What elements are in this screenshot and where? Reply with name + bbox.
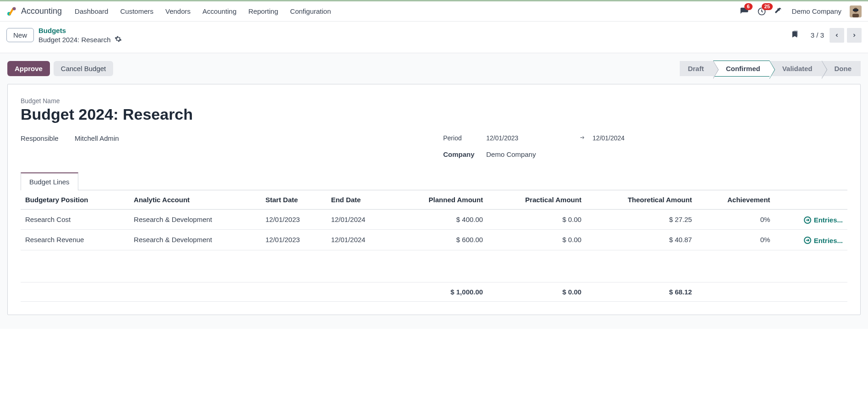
- cell-planned[interactable]: $ 400.00: [392, 209, 488, 230]
- pager-next-button[interactable]: [847, 28, 862, 43]
- cell-start[interactable]: 12/01/2023: [261, 230, 327, 250]
- user-avatar[interactable]: [850, 6, 862, 17]
- status-draft[interactable]: Draft: [680, 61, 713, 76]
- gear-icon[interactable]: [115, 35, 122, 44]
- cell-practical[interactable]: $ 0.00: [487, 209, 586, 230]
- status-validated[interactable]: Validated: [770, 61, 822, 76]
- entries-link[interactable]: ➜ Entries...: [804, 237, 843, 244]
- tabs: Budget Lines: [21, 172, 847, 190]
- form-sheet: Budget Name Budget 2024: Research Respon…: [7, 84, 861, 315]
- col-analytic[interactable]: Analytic Account: [129, 190, 261, 210]
- total-planned: $ 1,000.00: [392, 282, 488, 301]
- cell-planned[interactable]: $ 600.00: [392, 230, 488, 250]
- table-row[interactable]: Research Revenue Research & Development …: [21, 230, 847, 250]
- table-totals-row: $ 1,000.00 $ 0.00 $ 68.12: [21, 282, 847, 301]
- cell-end[interactable]: 12/01/2024: [327, 209, 392, 230]
- cell-achievement[interactable]: 0%: [697, 230, 775, 250]
- cell-analytic[interactable]: Research & Development: [129, 209, 261, 230]
- pager: 3 / 3: [791, 28, 862, 43]
- total-theoretical: $ 68.12: [586, 282, 696, 301]
- tools-icon[interactable]: [775, 6, 784, 17]
- breadcrumb: Budgets Budget 2024: Research: [38, 26, 122, 44]
- col-practical[interactable]: Practical Amount: [487, 190, 586, 210]
- svg-rect-6: [852, 14, 859, 17]
- app-name[interactable]: Accounting: [21, 6, 62, 16]
- cancel-budget-button[interactable]: Cancel Budget: [54, 61, 113, 76]
- cell-start[interactable]: 12/01/2023: [261, 209, 327, 230]
- new-button[interactable]: New: [6, 28, 34, 42]
- messages-icon[interactable]: 6: [740, 7, 749, 16]
- budget-name-label: Budget Name: [21, 97, 847, 105]
- period-to[interactable]: 12/01/2024: [593, 134, 625, 142]
- col-end[interactable]: End Date: [327, 190, 392, 210]
- cell-analytic[interactable]: Research & Development: [129, 230, 261, 250]
- entries-label: Entries...: [814, 237, 843, 244]
- svg-rect-7: [853, 9, 858, 11]
- company-value[interactable]: Demo Company: [486, 150, 536, 158]
- col-achievement[interactable]: Achievement: [697, 190, 775, 210]
- activities-icon[interactable]: 25: [757, 7, 766, 16]
- budget-lines-table: Budgetary Position Analytic Account Star…: [21, 190, 847, 302]
- approve-button[interactable]: Approve: [7, 61, 50, 76]
- period-from[interactable]: 12/01/2023: [486, 134, 519, 142]
- status-confirmed[interactable]: Confirmed: [713, 61, 770, 77]
- cell-practical[interactable]: $ 0.00: [487, 230, 586, 250]
- nav-accounting[interactable]: Accounting: [202, 7, 236, 15]
- pager-prev-button[interactable]: [830, 28, 844, 43]
- company-label: Company: [443, 150, 478, 158]
- col-theoretical[interactable]: Theoretical Amount: [586, 190, 696, 210]
- col-planned[interactable]: Planned Amount: [392, 190, 488, 210]
- bookmark-icon[interactable]: [791, 30, 799, 40]
- cell-end[interactable]: 12/01/2024: [327, 230, 392, 250]
- col-start[interactable]: Start Date: [261, 190, 327, 210]
- table-row[interactable]: Research Cost Research & Development 12/…: [21, 209, 847, 230]
- arrow-right-icon: [578, 134, 586, 142]
- status-bar: Draft Confirmed Validated Done: [680, 61, 861, 77]
- entries-link[interactable]: ➜ Entries...: [804, 216, 843, 224]
- control-panel: New Budgets Budget 2024: Research 3 / 3: [0, 22, 868, 53]
- nav-menu: Dashboard Customers Vendors Accounting R…: [75, 7, 331, 15]
- top-nav-right: 6 25 Demo Company: [740, 6, 862, 17]
- app-logo-icon: [6, 6, 16, 17]
- responsible-label: Responsible: [21, 134, 66, 142]
- cell-theoretical[interactable]: $ 40.87: [586, 230, 696, 250]
- pager-text[interactable]: 3 / 3: [811, 31, 824, 39]
- responsible-value[interactable]: Mitchell Admin: [75, 134, 119, 142]
- cell-theoretical[interactable]: $ 27.25: [586, 209, 696, 230]
- nav-vendors[interactable]: Vendors: [165, 7, 191, 15]
- nav-configuration[interactable]: Configuration: [290, 7, 331, 15]
- top-nav: Accounting Dashboard Customers Vendors A…: [0, 1, 868, 22]
- nav-reporting[interactable]: Reporting: [248, 7, 278, 15]
- breadcrumb-parent[interactable]: Budgets: [38, 26, 122, 35]
- action-bar: Approve Cancel Budget Draft Confirmed Va…: [0, 53, 868, 84]
- entries-label: Entries...: [814, 216, 843, 224]
- tab-budget-lines[interactable]: Budget Lines: [21, 172, 78, 190]
- company-switcher[interactable]: Demo Company: [792, 7, 841, 15]
- period-label: Period: [443, 134, 478, 142]
- svg-point-2: [13, 7, 16, 10]
- status-done[interactable]: Done: [822, 61, 861, 76]
- cell-position[interactable]: Research Cost: [21, 209, 129, 230]
- arrow-circle-right-icon: ➜: [804, 237, 811, 244]
- budget-name-value[interactable]: Budget 2024: Research: [21, 105, 847, 123]
- total-practical: $ 0.00: [487, 282, 586, 301]
- cell-position[interactable]: Research Revenue: [21, 230, 129, 250]
- messages-badge: 6: [744, 3, 753, 10]
- cell-achievement[interactable]: 0%: [697, 209, 775, 230]
- nav-customers[interactable]: Customers: [120, 7, 153, 15]
- col-position[interactable]: Budgetary Position: [21, 190, 129, 210]
- breadcrumb-current: Budget 2024: Research: [38, 35, 111, 44]
- nav-dashboard[interactable]: Dashboard: [75, 7, 108, 15]
- activities-badge: 25: [762, 3, 773, 10]
- arrow-circle-right-icon: ➜: [804, 216, 811, 224]
